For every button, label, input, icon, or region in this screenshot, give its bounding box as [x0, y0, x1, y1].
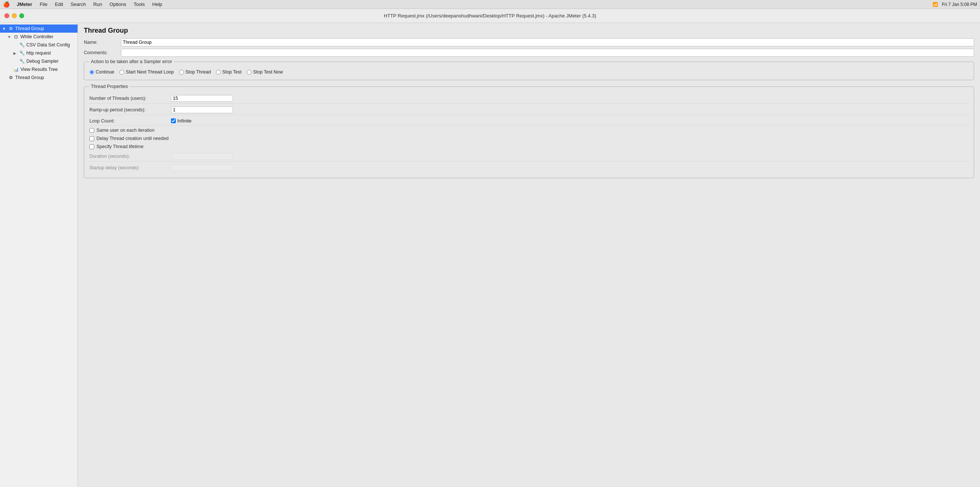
- same-user-checkbox[interactable]: [89, 128, 94, 133]
- radio-stop-thread-label: Stop Thread: [186, 69, 211, 75]
- specify-lifetime-row: Specify Thread lifetime: [89, 143, 969, 150]
- sidebar-item-label: View Results Tree: [21, 67, 58, 72]
- duration-input: [171, 153, 233, 160]
- delay-thread-label: Delay Thread creation until needed: [97, 136, 169, 141]
- comments-label: Comments:: [84, 50, 121, 55]
- num-threads-label: Number of Threads (users):: [89, 96, 171, 101]
- name-row: Name:: [84, 38, 974, 46]
- help-menu[interactable]: Help: [150, 0, 165, 8]
- sampler-error-legend: Action to be taken after a Sampler error: [89, 59, 173, 64]
- sidebar-item-label: While Controller: [21, 34, 53, 39]
- radio-stop-test-now-label: Stop Test Now: [253, 69, 283, 75]
- arrow-icon: ▼: [2, 27, 8, 31]
- radio-start-next-label: Start Next Thread Loop: [126, 69, 174, 75]
- traffic-lights: [5, 13, 24, 18]
- options-menu[interactable]: Options: [107, 0, 129, 8]
- name-input[interactable]: [121, 38, 974, 46]
- ramp-up-row: Ramp-up period (seconds):: [89, 105, 969, 115]
- sidebar-item-thread-group-root[interactable]: ▼ ⚙ Thread Group: [0, 24, 78, 33]
- window-title: HTTP Request.jmx (/Users/deepanshudhwani…: [384, 13, 596, 19]
- duration-row: Duration (seconds):: [89, 152, 969, 161]
- radio-stop-test-input[interactable]: [216, 70, 221, 75]
- name-label: Name:: [84, 40, 121, 45]
- same-user-row: Same user on each iteration: [89, 127, 969, 134]
- controller-icon: ⊡: [13, 34, 19, 40]
- gear-icon: ⚙: [8, 26, 14, 32]
- close-button[interactable]: [5, 13, 9, 18]
- app-name-menu[interactable]: JMeter: [14, 0, 35, 8]
- loop-count-infinite: Infinite: [171, 118, 191, 124]
- thread-properties-section: Thread Properties Number of Threads (use…: [84, 84, 974, 178]
- sidebar-item-label: Thread Group: [15, 26, 44, 31]
- specify-lifetime-checkbox[interactable]: [89, 144, 94, 149]
- comments-input[interactable]: [121, 49, 974, 57]
- sidebar-item-debug-sampler[interactable]: 🔧 Debug Sampler: [0, 57, 78, 65]
- clock: Fri 7 Jan 5:08 PM: [942, 2, 977, 7]
- duration-label: Duration (seconds):: [89, 154, 171, 159]
- radio-continue[interactable]: Continue: [89, 69, 114, 75]
- arrow-icon: ▶: [13, 51, 19, 55]
- sidebar-item-thread-group-2[interactable]: ⚙ Thread Group: [0, 73, 78, 81]
- num-threads-row: Number of Threads (users):: [89, 94, 969, 104]
- wifi-icon: 📶: [932, 2, 938, 7]
- sidebar-item-csv-data-set[interactable]: 🔧 CSV Data Set Config: [0, 41, 78, 49]
- radio-stop-thread[interactable]: Stop Thread: [179, 69, 211, 75]
- radio-start-next[interactable]: Start Next Thread Loop: [119, 69, 174, 75]
- debug-icon: 🔧: [19, 58, 25, 64]
- startup-delay-row: Startup delay (seconds):: [89, 163, 969, 172]
- infinite-label: Infinite: [177, 118, 191, 124]
- radio-stop-test[interactable]: Stop Test: [216, 69, 242, 75]
- sidebar: ▼ ⚙ Thread Group ▼ ⊡ While Controller 🔧 …: [0, 23, 78, 487]
- radio-stop-test-now-input[interactable]: [247, 70, 251, 75]
- search-menu[interactable]: Search: [67, 0, 89, 8]
- comments-row: Comments:: [84, 49, 974, 57]
- sampler-error-radio-group: Continue Start Next Thread Loop Stop Thr…: [89, 68, 969, 76]
- content-panel: Thread Group Name: Comments: Action to b…: [78, 23, 980, 487]
- sidebar-item-view-results-tree[interactable]: 📊 View Results Tree: [0, 65, 78, 73]
- gear-icon: ⚙: [8, 75, 14, 81]
- config-icon: 🔧: [19, 42, 25, 48]
- sidebar-item-while-controller[interactable]: ▼ ⊡ While Controller: [0, 33, 78, 41]
- radio-continue-label: Continue: [96, 69, 114, 75]
- minimize-button[interactable]: [12, 13, 17, 18]
- sidebar-item-label: Debug Sampler: [26, 59, 59, 64]
- sidebar-item-label: CSV Data Set Config: [26, 42, 70, 48]
- delay-thread-checkbox[interactable]: [89, 136, 94, 141]
- delay-thread-row: Delay Thread creation until needed: [89, 135, 969, 142]
- ramp-up-input[interactable]: [171, 107, 233, 113]
- startup-delay-input: [171, 164, 233, 171]
- menubar-right: 📶 Fri 7 Jan 5:08 PM: [932, 2, 977, 7]
- panel-title: Thread Group: [84, 27, 974, 35]
- apple-icon: 🍎: [3, 1, 10, 8]
- infinite-checkbox[interactable]: [171, 118, 176, 123]
- radio-continue-input[interactable]: [89, 70, 94, 75]
- maximize-button[interactable]: [19, 13, 24, 18]
- loop-count-label: Loop Count:: [89, 118, 171, 124]
- app-body: ▼ ⚙ Thread Group ▼ ⊡ While Controller 🔧 …: [0, 23, 980, 487]
- radio-stop-test-now[interactable]: Stop Test Now: [247, 69, 283, 75]
- tools-menu[interactable]: Tools: [130, 0, 148, 8]
- edit-menu[interactable]: Edit: [52, 0, 66, 8]
- loop-count-row: Loop Count: Infinite: [89, 117, 969, 125]
- sidebar-item-label: http request: [26, 51, 51, 56]
- radio-start-next-input[interactable]: [119, 70, 124, 75]
- radio-stop-thread-input[interactable]: [179, 70, 184, 75]
- sampler-error-section: Action to be taken after a Sampler error…: [84, 59, 974, 80]
- specify-lifetime-label: Specify Thread lifetime: [97, 144, 143, 149]
- results-icon: 📊: [13, 66, 19, 72]
- sampler-icon: 🔧: [19, 50, 25, 56]
- run-menu[interactable]: Run: [90, 0, 105, 8]
- titlebar: HTTP Request.jmx (/Users/deepanshudhwani…: [0, 9, 980, 23]
- radio-stop-test-label: Stop Test: [222, 69, 242, 75]
- file-menu[interactable]: File: [37, 0, 51, 8]
- sidebar-item-label: Thread Group: [15, 75, 44, 80]
- same-user-label: Same user on each iteration: [97, 128, 154, 133]
- startup-delay-label: Startup delay (seconds):: [89, 165, 171, 170]
- ramp-up-label: Ramp-up period (seconds):: [89, 107, 171, 112]
- sidebar-item-http-request[interactable]: ▶ 🔧 http request: [0, 49, 78, 57]
- thread-properties-legend: Thread Properties: [89, 84, 129, 89]
- arrow-icon: ▼: [8, 35, 13, 39]
- menubar: 🍎 JMeter File Edit Search Run Options To…: [0, 0, 980, 9]
- num-threads-input[interactable]: [171, 95, 233, 102]
